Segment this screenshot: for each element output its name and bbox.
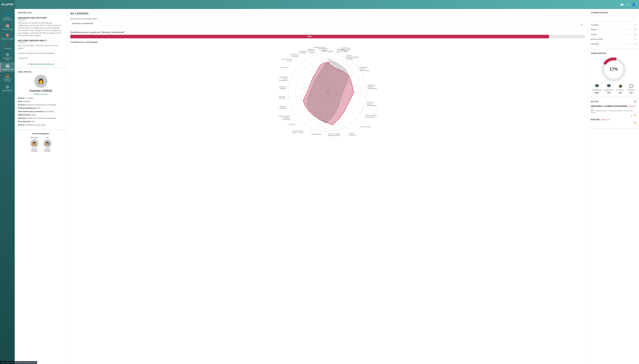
rh-name: LEPAGECharlotte xyxy=(44,148,51,152)
radar-label-18: Techniques des xyxy=(281,58,292,60)
svg-text:juridiques: juridiques xyxy=(321,49,328,51)
profile-section-title: MON PROFIL xyxy=(18,71,64,75)
news-item-0: BIENVENUE CHEZ SOFTCORP 01/03/2022 Softc… xyxy=(15,16,67,38)
skill-name-3: process vente xyxy=(591,38,624,40)
sidebar-item-organisation[interactable]: 🏢 Organisation RH xyxy=(0,62,15,72)
formation-icon: 🎓 xyxy=(6,43,10,47)
sidebar-item-administration[interactable]: ⚙️ Administration xyxy=(0,84,15,93)
svg-text:opérationnelles: opérationnelles xyxy=(367,105,377,106)
sidebar-item-carriere[interactable]: 🎯 Carrière & Talents xyxy=(0,32,15,41)
svg-text:3: 3 xyxy=(328,66,329,68)
radar-label-2: Encadrer les xyxy=(359,66,368,68)
next-post-select[interactable]: Directeur Commercial xyxy=(70,21,585,26)
skill-delete-2[interactable]: 🗑 xyxy=(634,33,636,36)
radar-label-7: Process xyxy=(349,132,354,134)
skill-row-0: mandarin ☆☆☆☆☆ 🗑 xyxy=(591,23,636,28)
skill-add-input[interactable] xyxy=(593,17,633,20)
modify-photo-link[interactable]: Modifier ma photo xyxy=(18,93,64,95)
note-title-0: PRÉPARER LA SOIRÉE D'ENTREPRISE xyxy=(591,105,627,108)
skill-stars-0[interactable]: ☆☆☆☆☆ xyxy=(624,24,633,26)
sidebar-item-export[interactable]: 📤 Export de données xyxy=(0,72,15,84)
sidebar-item-label: Dossier Collaborateur xyxy=(1,17,14,20)
note-title-row-1: NOTE RH 2023-10-19 xyxy=(591,118,636,121)
news-link[interactable]: > TOUTES LES NOUVELLES xyxy=(15,61,67,68)
radar-label-17: Process RH xyxy=(280,67,288,68)
svg-text:people: people xyxy=(283,78,288,80)
sidebar-item-temps[interactable]: 📅 Temps & Frais xyxy=(0,22,15,32)
career-title: MA CARRIÈRE xyxy=(70,12,585,15)
skill-name-0: mandarin xyxy=(591,24,624,26)
url-text: https://demo-salon.scophr.com/dashboard# xyxy=(1,362,36,364)
profile-date: Date d'entrée dans la fonction: 01/12/20… xyxy=(18,110,64,113)
news-body-0: Softcorp est une société où l'ensemble d… xyxy=(18,22,64,37)
skill-delete-3[interactable]: 🗑 xyxy=(634,38,636,40)
equipement-label: Equipement xyxy=(604,89,613,91)
manager-avatar: 👩 xyxy=(30,140,38,148)
profile-avatar-container: 👩 xyxy=(18,75,64,88)
skill-add-row[interactable]: + xyxy=(591,16,636,21)
skill-stars-4[interactable]: ☆☆☆☆☆ xyxy=(624,43,633,45)
center-panel: MA CARRIÈRE Quel sera mon prochain poste… xyxy=(67,9,588,364)
sidebar: SC◆PHR 👤 Dossier Collaborateur 📅 Temps &… xyxy=(0,0,15,364)
onboarding-col-entretiens: 💬 Entretiens 0% xyxy=(627,84,635,94)
competences-dev-label: Compétences à développer xyxy=(70,41,585,43)
left-panel: NOUVELLES BIENVENUE CHEZ SOFTCORP 01/03/… xyxy=(15,9,67,364)
news-title-0: BIENVENUE CHEZ SOFTCORP xyxy=(18,17,64,19)
skill-stars-2[interactable]: ☆☆☆☆☆ xyxy=(624,33,633,36)
avatar: 👩 xyxy=(34,75,47,88)
skill-delete-4[interactable]: 🗑 xyxy=(634,42,636,45)
svg-text:1: 1 xyxy=(328,82,329,84)
svg-text:électrique faible: électrique faible xyxy=(340,49,351,50)
svg-text:Marketing: Marketing xyxy=(280,107,286,109)
profile-profil: Profil (compétences): DRH xyxy=(18,107,64,110)
administratif-icon: 🖥️ xyxy=(595,84,599,88)
news-date-0: 01/03/2022 xyxy=(18,19,64,21)
skill-stars-3[interactable]: ☆☆☆☆☆ xyxy=(624,38,633,40)
progress-bar-fill: 93% xyxy=(70,35,549,38)
svg-text:achats: achats xyxy=(287,60,292,62)
user-avatar-icon[interactable]: 👤 xyxy=(632,2,636,6)
equipement-icon: 🖥️ xyxy=(607,84,611,88)
skill-delete-1[interactable]: 🗑 xyxy=(634,28,636,31)
profile-nom: Nom: LEPAGE xyxy=(18,100,64,103)
svg-text:activités: activités xyxy=(359,68,365,70)
svg-text:development: development xyxy=(279,80,288,81)
entretiens-icon: 💬 xyxy=(629,84,633,88)
rattachement-row: Manager 👩 LEPAGECharlotte RH 👩 LEPAGECha… xyxy=(15,136,67,154)
radar-label-26: Techniques xyxy=(342,47,349,49)
topbar: ☁️ ☆ 👤 xyxy=(15,0,639,9)
svg-text:formation: formation xyxy=(334,45,341,45)
note-up-button-0[interactable]: ▲ xyxy=(630,114,632,117)
news-item-1: WELCOME ONBOARD EMILY !! 01/03/2022 Emil… xyxy=(15,38,67,61)
svg-text:(métier ou: (métier ou xyxy=(283,117,290,119)
svg-text:voltage: voltage xyxy=(343,50,348,52)
radar-label-10: Orientation client xyxy=(292,130,303,132)
temps-icon: 📅 xyxy=(6,24,10,28)
note-edit-button-0[interactable]: ✏️ xyxy=(634,114,636,117)
rattachement-title: RATTACHEMENT xyxy=(15,129,67,136)
sidebar-item-dossier[interactable]: 👤 Dossier Collaborateur xyxy=(0,10,15,22)
rattachement-manager-label: Manager xyxy=(31,136,38,138)
competences-section: COMPÉTENCES + mandarin ☆☆☆☆☆ 🗑 Photos ☆☆… xyxy=(588,9,639,50)
svg-text:logistique: logistique xyxy=(280,88,286,89)
skill-delete-0[interactable]: 🗑 xyxy=(634,24,636,26)
skill-stars-1[interactable]: ☆☆☆☆☆ xyxy=(624,28,633,31)
news-section-title: NOUVELLES xyxy=(15,9,67,16)
radar-label-15: Techniques de xyxy=(279,86,286,88)
equipement-pct: 0% xyxy=(607,92,610,94)
all-news-link[interactable]: > TOUTES LES NOUVELLES xyxy=(28,63,54,66)
star-icon[interactable]: ☆ xyxy=(626,2,629,6)
skill-add-button[interactable]: + xyxy=(633,17,635,20)
svg-text:opérationnelles: opérationnelles xyxy=(368,88,377,89)
note-edit-button-1[interactable]: ✏️ xyxy=(634,122,636,124)
profile-direction: Direction: Direction des Ressources Huma… xyxy=(18,117,64,120)
onboarding-col-equipement: 🖥️ Equipement 0% xyxy=(604,84,613,94)
notes-add-button[interactable]: ⊕ xyxy=(634,100,636,103)
sidebar-item-controle[interactable]: ⚙️ Contrôle des coûts xyxy=(0,51,15,62)
cloud-icon[interactable]: ☁️ xyxy=(620,2,624,6)
svg-text:la stratégie: la stratégie xyxy=(346,58,353,60)
onboarding-chart: 17% xyxy=(591,56,636,82)
formations-pct: 0% xyxy=(619,92,622,94)
sidebar-item-formation[interactable]: 🎓 Formation xyxy=(0,41,15,51)
organisation-icon: 🏢 xyxy=(6,64,10,68)
